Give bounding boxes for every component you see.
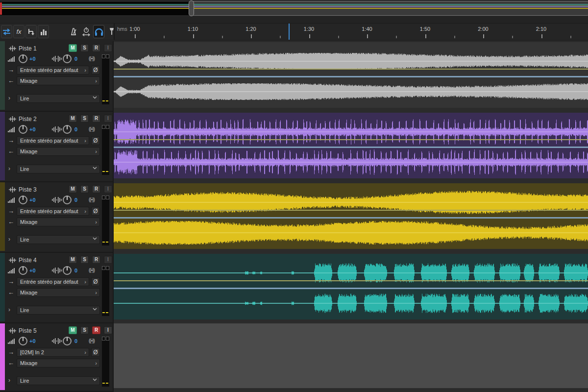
overview-viewport-handle[interactable]: [189, 0, 194, 16]
volume-knob[interactable]: [19, 196, 27, 204]
pan-value[interactable]: 0: [74, 126, 77, 132]
pan-knob[interactable]: [63, 266, 72, 275]
volume-value[interactable]: +0: [29, 197, 36, 203]
record-arm-button[interactable]: R: [92, 256, 100, 264]
headphones-icon[interactable]: [93, 25, 104, 38]
phase-button[interactable]: Ø: [91, 277, 100, 286]
output-select[interactable]: Mixage›: [17, 359, 100, 368]
pan-knob[interactable]: [63, 337, 72, 345]
record-arm-button[interactable]: R: [92, 326, 100, 334]
solo-button[interactable]: S: [80, 326, 89, 334]
pan-envelope-line[interactable]: [114, 217, 588, 219]
volume-envelope-line[interactable]: [114, 139, 588, 140]
volume-knob[interactable]: [19, 125, 27, 134]
audio-clip[interactable]: [114, 183, 588, 249]
phase-button[interactable]: Ø: [91, 348, 100, 357]
phase-button[interactable]: Ø: [91, 66, 100, 74]
pan-value[interactable]: 0: [74, 338, 77, 344]
input-monitor-button[interactable]: I: [104, 115, 112, 122]
mode-select[interactable]: Lire: [17, 376, 100, 385]
input-monitor-button[interactable]: I: [104, 326, 112, 334]
input-monitor-button[interactable]: I: [104, 44, 112, 52]
route-arrow-icon[interactable]: [25, 25, 37, 38]
pan-knob[interactable]: [63, 196, 72, 204]
mode-select[interactable]: Lire: [17, 94, 100, 103]
volume-value[interactable]: +0: [29, 268, 36, 273]
overview-navigation-bar[interactable]: [0, 0, 588, 17]
fx-icon[interactable]: fx: [13, 25, 24, 38]
swap-arrows-icon[interactable]: [1, 25, 12, 38]
volume-value[interactable]: +0: [29, 126, 36, 132]
track-lane[interactable]: [114, 253, 588, 323]
track-name[interactable]: Piste 2: [19, 116, 37, 122]
volume-envelope-line[interactable]: [114, 69, 588, 70]
time-ruler[interactable]: hms 1:001:101:201:301:401:502:002:10: [114, 24, 588, 40]
output-select[interactable]: Mixage›: [17, 288, 100, 297]
pan-envelope-line[interactable]: [114, 76, 588, 77]
output-select[interactable]: Mixage›: [17, 147, 100, 156]
playhead[interactable]: [289, 24, 290, 40]
expand-chevron-icon[interactable]: ›: [8, 377, 10, 384]
record-arm-button[interactable]: R: [92, 185, 100, 193]
input-select[interactable]: Entrée stéréo par défaut›: [17, 66, 89, 74]
mute-button[interactable]: M: [69, 256, 77, 264]
snap-clock-icon[interactable]: [80, 25, 92, 38]
input-monitor-button[interactable]: I: [104, 256, 112, 264]
track-lane[interactable]: [114, 182, 588, 253]
solo-button[interactable]: S: [80, 185, 89, 193]
volume-value[interactable]: +0: [29, 338, 36, 344]
mode-select[interactable]: Lire: [17, 306, 100, 315]
track-name[interactable]: Piste 1: [19, 45, 37, 52]
pan-value[interactable]: 0: [74, 197, 77, 203]
record-arm-button[interactable]: R: [92, 44, 100, 52]
input-select[interactable]: Entrée stéréo par défaut›: [17, 136, 89, 145]
volume-knob[interactable]: [19, 337, 27, 345]
volume-envelope-line[interactable]: [114, 280, 588, 281]
expand-chevron-icon[interactable]: ›: [8, 306, 10, 313]
solo-button[interactable]: S: [80, 256, 89, 264]
mode-select[interactable]: Lire: [17, 235, 100, 244]
monitor-speaker-icon[interactable]: ((•)): [89, 268, 95, 273]
pan-knob[interactable]: [63, 125, 72, 134]
audio-clip[interactable]: [114, 254, 588, 319]
mute-button[interactable]: M: [69, 185, 77, 193]
pan-knob[interactable]: [63, 54, 72, 63]
volume-knob[interactable]: [19, 266, 27, 275]
mute-button[interactable]: M: [69, 326, 77, 334]
record-arm-button[interactable]: R: [92, 115, 100, 122]
output-select[interactable]: Mixage›: [17, 218, 100, 226]
track-lane[interactable]: [114, 41, 588, 112]
track-lane[interactable]: [114, 112, 588, 182]
pan-envelope-line[interactable]: [114, 147, 588, 148]
audio-clip[interactable]: [114, 113, 588, 178]
pan-envelope-line[interactable]: [114, 288, 588, 289]
monitor-speaker-icon[interactable]: ((•)): [89, 126, 95, 132]
monitor-speaker-icon[interactable]: ((•)): [89, 197, 95, 202]
monitor-speaker-icon[interactable]: ((•)): [89, 338, 95, 343]
phase-button[interactable]: Ø: [91, 207, 100, 216]
volume-envelope-line[interactable]: [114, 210, 588, 211]
metronome-icon[interactable]: [68, 25, 79, 38]
mute-button[interactable]: M: [69, 115, 77, 122]
input-monitor-button[interactable]: I: [104, 185, 112, 193]
track-name[interactable]: Piste 5: [19, 327, 37, 334]
audio-clip[interactable]: [114, 42, 588, 108]
solo-button[interactable]: S: [80, 44, 89, 52]
pan-value[interactable]: 0: [74, 268, 77, 273]
track-name[interactable]: Piste 3: [19, 186, 37, 193]
solo-button[interactable]: S: [80, 115, 89, 122]
mode-select[interactable]: Lire: [17, 165, 100, 173]
pan-value[interactable]: 0: [74, 56, 77, 62]
volume-value[interactable]: +0: [29, 56, 36, 62]
input-select[interactable]: Entrée stéréo par défaut›: [17, 277, 89, 286]
volume-knob[interactable]: [19, 54, 27, 63]
mute-button[interactable]: M: [69, 44, 77, 52]
output-select[interactable]: Mixage›: [17, 76, 100, 85]
empty-armed-lane[interactable]: [114, 323, 588, 388]
phase-button[interactable]: Ø: [91, 136, 100, 145]
input-select[interactable]: Entrée stéréo par défaut›: [17, 207, 89, 216]
track-name[interactable]: Piste 4: [19, 257, 37, 264]
expand-chevron-icon[interactable]: ›: [8, 95, 10, 101]
track-lane[interactable]: [114, 323, 588, 392]
monitor-speaker-icon[interactable]: ((•)): [89, 56, 95, 61]
